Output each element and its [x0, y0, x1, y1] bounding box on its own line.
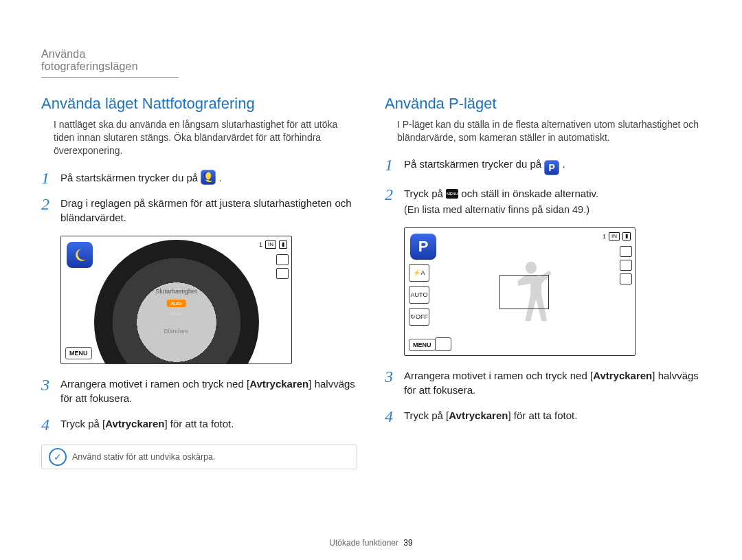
- side-icon: [276, 268, 289, 279]
- step-text: ] för att ta fotot.: [508, 410, 577, 421]
- step-text: På startskärmen trycker du på: [60, 172, 201, 183]
- shutter-bold: Avtryckaren: [449, 410, 508, 421]
- side-icon: [620, 260, 632, 271]
- dial-label-aperture: Bländare: [164, 328, 188, 335]
- shot-status-bar: 1 IN ▮: [603, 232, 631, 240]
- shutter-bold: Avtryckaren: [105, 418, 164, 429]
- focus-auto-icon: AUTO: [409, 286, 429, 304]
- manual-page: Använda fotograferingslägen Använda läge…: [0, 0, 742, 560]
- step-1: På startskärmen trycker du på P .: [385, 157, 701, 175]
- shot-status-bar: 1 IN ▮: [259, 240, 287, 249]
- steps-p: På startskärmen trycker du på P . Tryck …: [385, 157, 701, 216]
- section-title-p: Använda P-läget: [385, 95, 701, 113]
- in-badge: IN: [265, 240, 276, 249]
- side-icon: [620, 246, 632, 257]
- info-icon: ✓: [49, 448, 67, 466]
- left-column: Använda läget Nattfotografering I nattlä…: [41, 95, 357, 469]
- dial-auto-text: Auto: [170, 311, 181, 317]
- dial-auto-pill: Auto: [166, 300, 186, 307]
- side-icon: [620, 273, 632, 284]
- night-mode-icon: [67, 242, 93, 268]
- two-column-layout: Använda läget Nattfotografering I nattlä…: [41, 95, 701, 469]
- steps-night: På startskärmen trycker du på . Drag i r…: [41, 170, 357, 225]
- page-footer: Utökade funktioner 39: [0, 538, 742, 548]
- step-3: Arrangera motivet i ramen och tryck ned …: [385, 368, 701, 397]
- step-text-post: .: [218, 172, 221, 183]
- steps-p-cont: Arrangera motivet i ramen och tryck ned …: [385, 368, 701, 423]
- note-text: Använd stativ för att undvika oskärpa.: [72, 452, 215, 462]
- shutter-bold: Avtryckaren: [249, 378, 308, 390]
- steps-night-cont: Arrangera motivet i ramen och tryck ned …: [41, 377, 357, 431]
- step-text: På startskärmen trycker du på: [404, 158, 544, 170]
- right-side-icons: [620, 246, 632, 284]
- counter: 1: [259, 241, 262, 248]
- step-text: Tryck på [: [404, 410, 449, 421]
- page-number: 39: [403, 538, 412, 548]
- step-subtext: (En lista med alternativ finns på sidan …: [404, 203, 701, 216]
- flash-auto-icon: ⚡A: [409, 264, 429, 282]
- in-badge: IN: [609, 232, 620, 240]
- footer-label: Utökade funktioner: [329, 538, 398, 548]
- step-text: Arrangera motivet i ramen och tryck ned …: [60, 378, 249, 390]
- p-mode-icon: P: [544, 160, 559, 175]
- step-2: Tryck på och ställ in önskade alternativ…: [385, 186, 701, 216]
- p-screenshot: P ⚡A AUTO ↻OFF 1 IN ▮: [404, 227, 636, 356]
- battery-icon: ▮: [279, 240, 287, 249]
- dial-label-shutter: Slutarhastighet: [155, 288, 196, 295]
- step-1: På startskärmen trycker du på .: [41, 170, 357, 185]
- note-box: ✓ Använd stativ för att undvika oskärpa.: [41, 445, 357, 469]
- intro-night: I nattläget ska du använda en långsam sl…: [54, 118, 357, 157]
- intro-p: I P-läget kan du ställa in de flesta alt…: [397, 118, 701, 144]
- step-text: Arrangera motivet i ramen och tryck ned …: [404, 370, 593, 381]
- side-icon: [276, 254, 289, 265]
- focus-frame: [499, 275, 549, 309]
- step-2: Drag i reglagen på skärmen för att juste…: [41, 196, 357, 225]
- step-4: Tryck på [Avtryckaren] för att ta fotot.: [41, 416, 357, 431]
- left-side-icons: ⚡A AUTO ↻OFF: [409, 264, 429, 326]
- battery-icon: ▮: [622, 232, 631, 240]
- step-3: Arrangera motivet i ramen och tryck ned …: [41, 377, 357, 405]
- step-text-post: .: [562, 158, 565, 170]
- p-mode-icon: P: [410, 234, 436, 260]
- counter: 1: [603, 233, 606, 240]
- night-mode-icon: [201, 170, 216, 185]
- right-column: Använda P-läget I P-läget kan du ställa …: [385, 95, 701, 469]
- display-toggle-icon: [435, 337, 451, 351]
- menu-button: MENU: [65, 347, 92, 359]
- right-side-icons: [276, 254, 289, 279]
- step-text: och ställ in önskade alternativ.: [461, 188, 598, 199]
- section-title-night: Använda läget Nattfotografering: [41, 95, 357, 113]
- menu-button: MENU: [409, 339, 436, 351]
- step-text: Tryck på: [404, 188, 446, 199]
- step-text: Tryck på [: [60, 418, 105, 429]
- step-text: ] för att ta fotot.: [164, 418, 234, 429]
- night-screenshot: 1 IN ▮ Slutarhastighet Auto Auto Blän: [60, 236, 292, 364]
- step-4: Tryck på [Avtryckaren] för att ta fotot.: [385, 408, 701, 423]
- breadcrumb: Använda fotograferingslägen: [41, 48, 179, 78]
- shutter-bold: Avtryckaren: [593, 370, 652, 381]
- menu-icon: [446, 189, 458, 199]
- timer-off-icon: ↻OFF: [409, 308, 429, 326]
